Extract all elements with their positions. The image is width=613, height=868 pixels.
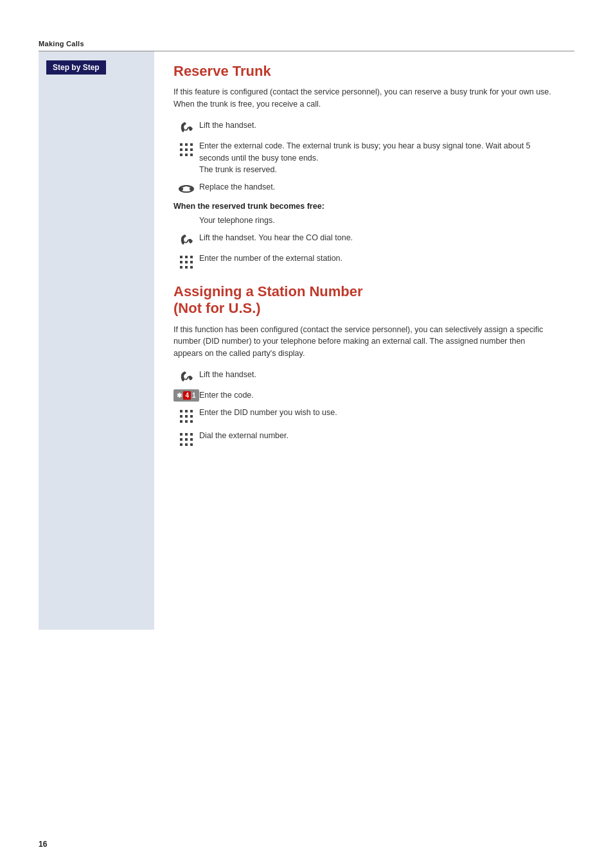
svg-point-10	[179, 187, 183, 191]
reserve-step-2-text: Enter the external code. The external tr…	[199, 140, 555, 176]
step-by-step-label: Step by Step	[46, 60, 106, 75]
svg-rect-13	[185, 256, 188, 258]
header-section-label: Making Calls	[39, 39, 574, 48]
when-free-step-1: Lift the handset. You hear the CO dial t…	[173, 232, 555, 247]
svg-rect-28	[185, 420, 188, 423]
svg-rect-35	[190, 438, 193, 441]
svg-rect-7	[185, 154, 188, 156]
when-free-text-2: Enter the number of the external station…	[199, 252, 555, 265]
svg-rect-23	[190, 410, 193, 412]
svg-rect-22	[185, 410, 188, 412]
svg-rect-33	[180, 438, 182, 441]
svg-rect-1	[185, 143, 188, 146]
reserve-trunk-title: Reserve Trunk	[173, 63, 555, 80]
svg-rect-12	[180, 256, 182, 258]
svg-rect-16	[185, 261, 188, 263]
keypad-icon-1	[173, 140, 199, 158]
svg-rect-26	[190, 415, 193, 418]
assign-step-1-text: Lift the handset.	[199, 369, 555, 381]
assigning-intro: If this function has been configured (co…	[173, 324, 555, 360]
page: Making Calls Step by Step Reserve Trunk …	[0, 0, 613, 868]
code-4: 4	[183, 391, 191, 400]
svg-rect-24	[180, 415, 182, 418]
no-icon-spacer	[173, 215, 199, 216]
svg-rect-6	[180, 154, 182, 156]
svg-rect-32	[190, 433, 193, 436]
svg-rect-14	[190, 256, 193, 258]
svg-rect-19	[185, 266, 188, 269]
svg-rect-25	[185, 415, 188, 418]
when-free-step-2: Enter the number of the external station…	[173, 252, 555, 270]
reserve-step-3: Replace the handset.	[173, 181, 555, 195]
svg-point-11	[190, 187, 193, 191]
reserve-trunk-section: Reserve Trunk If this feature is configu…	[173, 63, 555, 270]
svg-rect-36	[180, 443, 182, 446]
svg-rect-4	[185, 148, 188, 151]
svg-rect-18	[180, 266, 182, 269]
assign-step-2: ✱ 4 1 Enter the code.	[173, 389, 555, 402]
reserve-step-2: Enter the external code. The external tr…	[173, 140, 555, 176]
svg-rect-15	[180, 261, 182, 263]
svg-rect-37	[185, 443, 188, 446]
when-free-text-1: Lift the handset. You hear the CO dial t…	[199, 232, 555, 244]
when-free-label: When the reserved trunk becomes free:	[173, 202, 555, 211]
assign-step-3: Enter the DID number you wish to use.	[173, 407, 555, 425]
section-label: Making Calls	[39, 40, 84, 48]
svg-rect-8	[190, 154, 193, 156]
svg-rect-20	[190, 266, 193, 269]
svg-rect-38	[190, 443, 193, 446]
svg-rect-31	[185, 433, 188, 436]
page-number: 16	[39, 840, 47, 849]
assign-step-2-text: Enter the code.	[199, 389, 555, 402]
lift-handset-icon-3	[173, 369, 199, 384]
lift-handset-icon-2	[173, 232, 199, 247]
svg-rect-34	[185, 438, 188, 441]
assigning-title: Assigning a Station Number (Not for U.S.…	[173, 283, 555, 317]
reserve-step-1-text: Lift the handset.	[199, 120, 555, 132]
svg-rect-0	[180, 143, 182, 146]
when-free-step-0: Your telephone rings.	[173, 215, 555, 227]
assign-step-1: Lift the handset.	[173, 369, 555, 384]
lift-handset-icon-1	[173, 120, 199, 135]
left-sidebar: Step by Step	[39, 51, 154, 630]
svg-rect-2	[190, 143, 193, 146]
assign-step-3-text: Enter the DID number you wish to use.	[199, 407, 555, 419]
keypad-icon-3	[173, 407, 199, 425]
svg-rect-17	[190, 261, 193, 263]
keypad-icon-4	[173, 430, 199, 448]
reserve-step-1: Lift the handset.	[173, 120, 555, 135]
svg-rect-27	[180, 420, 182, 423]
reserve-trunk-intro: If this feature is configured (contact t…	[173, 86, 555, 111]
svg-rect-29	[190, 420, 193, 423]
keypad-icon-2	[173, 252, 199, 270]
svg-rect-3	[180, 148, 182, 151]
reserve-step-3-text: Replace the handset.	[199, 181, 555, 193]
star-code-icon: ✱ 4 1	[173, 389, 199, 402]
main-layout: Step by Step Reserve Trunk If this featu…	[39, 51, 574, 630]
right-content: Reserve Trunk If this feature is configu…	[154, 51, 574, 630]
svg-rect-5	[190, 148, 193, 151]
star-code-badge: ✱ 4 1	[173, 389, 199, 402]
replace-handset-icon	[173, 181, 199, 195]
assign-step-4-text: Dial the external number.	[199, 430, 555, 442]
assigning-section: Assigning a Station Number (Not for U.S.…	[173, 283, 555, 448]
svg-rect-30	[180, 433, 182, 436]
assign-step-4: Dial the external number.	[173, 430, 555, 448]
when-free-text-0: Your telephone rings.	[199, 215, 555, 227]
svg-rect-21	[180, 410, 182, 412]
